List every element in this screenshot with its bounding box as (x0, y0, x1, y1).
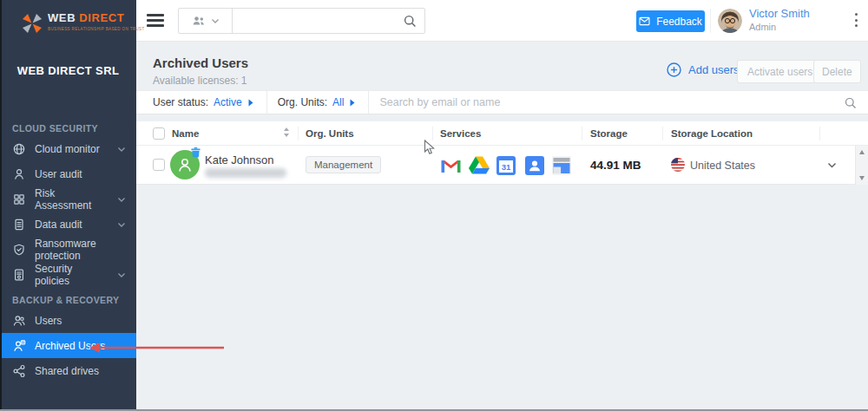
row-checkbox[interactable] (153, 159, 165, 171)
sidebar-item-security-policies[interactable]: Security policies (0, 262, 136, 287)
envelope-icon (639, 16, 650, 26)
user-status-filter[interactable]: User status: Active (136, 91, 267, 114)
annotation-arrow (87, 341, 227, 355)
user-icon (12, 314, 26, 328)
row-user-name: Kate Johnson (205, 153, 274, 166)
sidebar-item-user-audit[interactable]: User audit (0, 161, 136, 186)
storage-value: 44.91 MB (590, 159, 641, 172)
sidebar-item-risk-assessment[interactable]: Risk Assessment (0, 186, 136, 212)
user-role: Admin (749, 22, 776, 32)
divider (710, 9, 711, 33)
svg-text:31: 31 (502, 162, 511, 172)
user-name[interactable]: Victor Smith (749, 7, 810, 20)
caret-right-icon (248, 99, 253, 107)
chevron-down-icon (117, 220, 126, 229)
kebab-menu-icon[interactable] (850, 11, 863, 32)
add-users-button[interactable]: Add users (667, 62, 740, 77)
shield-check-icon (12, 243, 26, 257)
people-scope-icon (192, 15, 206, 27)
plus-circle-icon (667, 62, 681, 77)
globe-icon (12, 142, 26, 156)
search-icon[interactable] (404, 15, 417, 31)
share-icon (12, 364, 26, 378)
activate-users-button[interactable]: Activate users (737, 60, 823, 83)
main-content: Archived Users Available licenses: 1 Add… (136, 42, 868, 411)
deletion-badge-icon (191, 146, 201, 161)
caret-right-icon (350, 99, 355, 107)
chevron-down-icon (117, 145, 126, 153)
google-drive-icon (469, 156, 490, 178)
hamburger-menu-icon[interactable] (147, 14, 164, 30)
table-header: Name Org. Units Services Storage Storage… (136, 121, 868, 146)
row-expand-chevron-icon[interactable] (826, 160, 838, 171)
search-input[interactable] (233, 9, 424, 33)
storage-location-value: United States (690, 160, 755, 172)
table-row[interactable]: Kate Johnson Management (136, 146, 868, 185)
archived-user-icon (12, 339, 26, 353)
chevron-down-icon (117, 271, 126, 279)
person-icon (12, 167, 26, 181)
google-sites-icon (551, 155, 572, 179)
feedback-button[interactable]: Feedback (636, 10, 705, 32)
global-search (178, 8, 425, 34)
org-units-filter[interactable]: Org. Units: All (267, 91, 370, 114)
sidebar-section-cloud-security: CLOUD SECURITY (0, 123, 136, 134)
sidebar-item-cloud-monitor[interactable]: Cloud monitor (0, 136, 136, 161)
mouse-cursor (424, 140, 435, 155)
search-scope-selector[interactable] (179, 9, 233, 33)
org-unit-chip: Management (306, 156, 381, 173)
user-avatar[interactable] (718, 9, 742, 33)
app-window: WEB DIRECT BUSINESS RELATIONSHIP BASED O… (0, 0, 868, 411)
search-icon[interactable] (845, 97, 857, 113)
delete-button[interactable]: Delete (813, 60, 861, 83)
scroll-up-icon[interactable] (859, 150, 865, 154)
column-name[interactable]: Name (172, 128, 199, 139)
brand-pinwheel-icon (22, 13, 43, 37)
table-search-input[interactable] (369, 91, 868, 114)
column-services[interactable]: Services (440, 128, 481, 139)
sidebar-item-ransomware-protection[interactable]: Ransomware protection (0, 237, 136, 262)
table-scrollbar[interactable] (855, 146, 868, 185)
brand-logo: WEB DIRECT BUSINESS RELATIONSHIP BASED O… (0, 0, 136, 37)
sidebar-item-users[interactable]: Users (0, 308, 136, 333)
window-edge (0, 0, 2, 411)
sidebar-item-shared-drives[interactable]: Shared drives (0, 358, 136, 383)
sort-icon[interactable] (284, 127, 289, 137)
us-flag-icon (671, 158, 685, 175)
redacted-email (205, 168, 286, 178)
document-icon (12, 218, 26, 232)
grid-icon (12, 192, 26, 206)
brand-tagline: BUSINESS RELATIONSHIP BASED ON TRUST (48, 27, 145, 31)
google-contacts-icon (524, 155, 545, 179)
brand-name: WEB DIRECT (48, 11, 145, 24)
column-storage-location[interactable]: Storage Location (671, 128, 753, 139)
policy-document-icon (12, 268, 26, 282)
chevron-down-icon (117, 195, 126, 204)
filter-bar: User status: Active Org. Units: All (136, 90, 868, 114)
user-status-value: Active (214, 96, 242, 108)
column-storage[interactable]: Storage (590, 128, 628, 139)
topbar: Feedback Victor Smith Admin (136, 0, 868, 42)
gmail-icon (440, 158, 462, 177)
org-units-value: All (332, 96, 344, 108)
column-org-units[interactable]: Org. Units (306, 128, 354, 139)
chevron-down-icon (211, 16, 220, 25)
sidebar-section-backup-recovery: BACKUP & RECOVERY (0, 295, 136, 305)
page-title: Archived Users (153, 55, 248, 70)
sidebar-item-data-audit[interactable]: Data audit (0, 212, 136, 237)
select-all-checkbox[interactable] (153, 127, 165, 140)
company-name: WEB DIRECT SRL (0, 64, 136, 77)
google-calendar-icon: 31 (496, 155, 516, 179)
available-licenses: Available licenses: 1 (153, 75, 247, 87)
scroll-down-icon[interactable] (859, 176, 865, 180)
